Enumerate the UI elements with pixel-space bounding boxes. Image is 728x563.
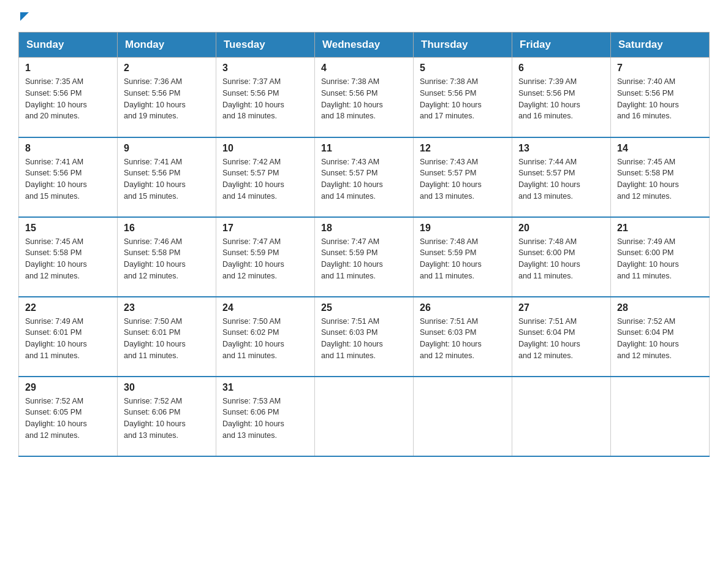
weekday-header-tuesday: Tuesday xyxy=(216,33,315,58)
day-info: Sunrise: 7:51 AMSunset: 6:04 PMDaylight:… xyxy=(518,316,604,362)
day-number: 9 xyxy=(124,143,210,154)
calendar-cell: 31 Sunrise: 7:53 AMSunset: 6:06 PMDaylig… xyxy=(216,377,315,456)
day-info: Sunrise: 7:46 AMSunset: 5:58 PMDaylight:… xyxy=(124,236,210,282)
weekday-header-monday: Monday xyxy=(118,33,216,58)
day-info: Sunrise: 7:51 AMSunset: 6:03 PMDaylight:… xyxy=(420,316,506,362)
day-info: Sunrise: 7:50 AMSunset: 6:01 PMDaylight:… xyxy=(124,316,210,362)
day-number: 30 xyxy=(124,382,210,393)
day-number: 19 xyxy=(420,223,506,234)
calendar-week-row: 29 Sunrise: 7:52 AMSunset: 6:05 PMDaylig… xyxy=(19,377,710,456)
calendar-week-row: 22 Sunrise: 7:49 AMSunset: 6:01 PMDaylig… xyxy=(19,297,710,377)
calendar-cell: 27 Sunrise: 7:51 AMSunset: 6:04 PMDaylig… xyxy=(512,297,611,377)
day-number: 20 xyxy=(518,223,604,234)
day-number: 25 xyxy=(321,302,407,313)
calendar-cell: 17 Sunrise: 7:47 AMSunset: 5:59 PMDaylig… xyxy=(216,217,315,297)
day-number: 21 xyxy=(617,223,703,234)
day-info: Sunrise: 7:43 AMSunset: 5:57 PMDaylight:… xyxy=(420,156,506,202)
day-number: 14 xyxy=(617,143,703,154)
logo xyxy=(18,12,29,21)
calendar-cell: 25 Sunrise: 7:51 AMSunset: 6:03 PMDaylig… xyxy=(315,297,414,377)
day-info: Sunrise: 7:47 AMSunset: 5:59 PMDaylight:… xyxy=(222,236,308,282)
calendar-cell: 15 Sunrise: 7:45 AMSunset: 5:58 PMDaylig… xyxy=(19,217,118,297)
calendar-cell: 21 Sunrise: 7:49 AMSunset: 6:00 PMDaylig… xyxy=(611,217,710,297)
day-info: Sunrise: 7:52 AMSunset: 6:05 PMDaylight:… xyxy=(25,396,111,442)
calendar-week-row: 15 Sunrise: 7:45 AMSunset: 5:58 PMDaylig… xyxy=(19,217,710,297)
day-info: Sunrise: 7:36 AMSunset: 5:56 PMDaylight:… xyxy=(124,76,210,122)
calendar-cell: 22 Sunrise: 7:49 AMSunset: 6:01 PMDaylig… xyxy=(19,297,118,377)
day-number: 27 xyxy=(518,302,604,313)
calendar-cell: 30 Sunrise: 7:52 AMSunset: 6:06 PMDaylig… xyxy=(118,377,216,456)
day-number: 10 xyxy=(222,143,308,154)
day-number: 29 xyxy=(25,382,111,393)
calendar-week-row: 8 Sunrise: 7:41 AMSunset: 5:56 PMDayligh… xyxy=(19,137,710,217)
day-number: 23 xyxy=(124,302,210,313)
calendar-header: SundayMondayTuesdayWednesdayThursdayFrid… xyxy=(19,33,710,58)
weekday-header-friday: Friday xyxy=(512,33,611,58)
day-info: Sunrise: 7:44 AMSunset: 5:57 PMDaylight:… xyxy=(518,156,604,202)
calendar-cell: 7 Sunrise: 7:40 AMSunset: 5:56 PMDayligh… xyxy=(611,58,710,137)
day-number: 17 xyxy=(222,223,308,234)
calendar-cell: 26 Sunrise: 7:51 AMSunset: 6:03 PMDaylig… xyxy=(414,297,512,377)
day-info: Sunrise: 7:51 AMSunset: 6:03 PMDaylight:… xyxy=(321,316,407,362)
day-number: 31 xyxy=(222,382,308,393)
day-info: Sunrise: 7:43 AMSunset: 5:57 PMDaylight:… xyxy=(321,156,407,202)
day-info: Sunrise: 7:38 AMSunset: 5:56 PMDaylight:… xyxy=(321,76,407,122)
day-number: 4 xyxy=(321,63,407,74)
day-info: Sunrise: 7:49 AMSunset: 6:01 PMDaylight:… xyxy=(25,316,111,362)
calendar-cell: 16 Sunrise: 7:46 AMSunset: 5:58 PMDaylig… xyxy=(118,217,216,297)
calendar-cell xyxy=(512,377,611,456)
calendar-cell: 8 Sunrise: 7:41 AMSunset: 5:56 PMDayligh… xyxy=(19,137,118,217)
calendar-cell: 23 Sunrise: 7:50 AMSunset: 6:01 PMDaylig… xyxy=(118,297,216,377)
day-number: 13 xyxy=(518,143,604,154)
day-number: 2 xyxy=(124,63,210,74)
calendar-cell: 14 Sunrise: 7:45 AMSunset: 5:58 PMDaylig… xyxy=(611,137,710,217)
day-number: 8 xyxy=(25,143,111,154)
day-info: Sunrise: 7:41 AMSunset: 5:56 PMDaylight:… xyxy=(25,156,111,202)
day-number: 26 xyxy=(420,302,506,313)
calendar-cell: 6 Sunrise: 7:39 AMSunset: 5:56 PMDayligh… xyxy=(512,58,611,137)
calendar-cell: 11 Sunrise: 7:43 AMSunset: 5:57 PMDaylig… xyxy=(315,137,414,217)
day-info: Sunrise: 7:48 AMSunset: 5:59 PMDaylight:… xyxy=(420,236,506,282)
day-info: Sunrise: 7:38 AMSunset: 5:56 PMDaylight:… xyxy=(420,76,506,122)
weekday-header-row: SundayMondayTuesdayWednesdayThursdayFrid… xyxy=(19,33,710,58)
day-info: Sunrise: 7:35 AMSunset: 5:56 PMDaylight:… xyxy=(25,76,111,122)
calendar-cell: 20 Sunrise: 7:48 AMSunset: 6:00 PMDaylig… xyxy=(512,217,611,297)
calendar-cell xyxy=(315,377,414,456)
calendar-cell: 13 Sunrise: 7:44 AMSunset: 5:57 PMDaylig… xyxy=(512,137,611,217)
day-info: Sunrise: 7:37 AMSunset: 5:56 PMDaylight:… xyxy=(222,76,308,122)
calendar-cell: 9 Sunrise: 7:41 AMSunset: 5:56 PMDayligh… xyxy=(118,137,216,217)
calendar-cell: 29 Sunrise: 7:52 AMSunset: 6:05 PMDaylig… xyxy=(19,377,118,456)
day-info: Sunrise: 7:53 AMSunset: 6:06 PMDaylight:… xyxy=(222,396,308,442)
day-number: 12 xyxy=(420,143,506,154)
calendar-cell: 2 Sunrise: 7:36 AMSunset: 5:56 PMDayligh… xyxy=(118,58,216,137)
day-info: Sunrise: 7:52 AMSunset: 6:04 PMDaylight:… xyxy=(617,316,703,362)
day-info: Sunrise: 7:49 AMSunset: 6:00 PMDaylight:… xyxy=(617,236,703,282)
calendar-cell xyxy=(414,377,512,456)
calendar-cell xyxy=(611,377,710,456)
day-number: 1 xyxy=(25,63,111,74)
day-info: Sunrise: 7:45 AMSunset: 5:58 PMDaylight:… xyxy=(617,156,703,202)
calendar-cell: 28 Sunrise: 7:52 AMSunset: 6:04 PMDaylig… xyxy=(611,297,710,377)
day-number: 11 xyxy=(321,143,407,154)
day-info: Sunrise: 7:47 AMSunset: 5:59 PMDaylight:… xyxy=(321,236,407,282)
calendar-cell: 24 Sunrise: 7:50 AMSunset: 6:02 PMDaylig… xyxy=(216,297,315,377)
day-info: Sunrise: 7:45 AMSunset: 5:58 PMDaylight:… xyxy=(25,236,111,282)
calendar-cell: 19 Sunrise: 7:48 AMSunset: 5:59 PMDaylig… xyxy=(414,217,512,297)
weekday-header-sunday: Sunday xyxy=(19,33,118,58)
day-number: 6 xyxy=(518,63,604,74)
calendar-cell: 3 Sunrise: 7:37 AMSunset: 5:56 PMDayligh… xyxy=(216,58,315,137)
calendar-cell: 1 Sunrise: 7:35 AMSunset: 5:56 PMDayligh… xyxy=(19,58,118,137)
weekday-header-saturday: Saturday xyxy=(611,33,710,58)
calendar-week-row: 1 Sunrise: 7:35 AMSunset: 5:56 PMDayligh… xyxy=(19,58,710,137)
day-info: Sunrise: 7:52 AMSunset: 6:06 PMDaylight:… xyxy=(124,396,210,442)
day-number: 18 xyxy=(321,223,407,234)
calendar-body: 1 Sunrise: 7:35 AMSunset: 5:56 PMDayligh… xyxy=(19,58,710,456)
day-info: Sunrise: 7:40 AMSunset: 5:56 PMDaylight:… xyxy=(617,76,703,122)
day-info: Sunrise: 7:41 AMSunset: 5:56 PMDaylight:… xyxy=(124,156,210,202)
day-number: 15 xyxy=(25,223,111,234)
calendar-cell: 12 Sunrise: 7:43 AMSunset: 5:57 PMDaylig… xyxy=(414,137,512,217)
day-number: 22 xyxy=(25,302,111,313)
page-header xyxy=(18,12,710,21)
weekday-header-thursday: Thursday xyxy=(414,33,512,58)
day-info: Sunrise: 7:39 AMSunset: 5:56 PMDaylight:… xyxy=(518,76,604,122)
